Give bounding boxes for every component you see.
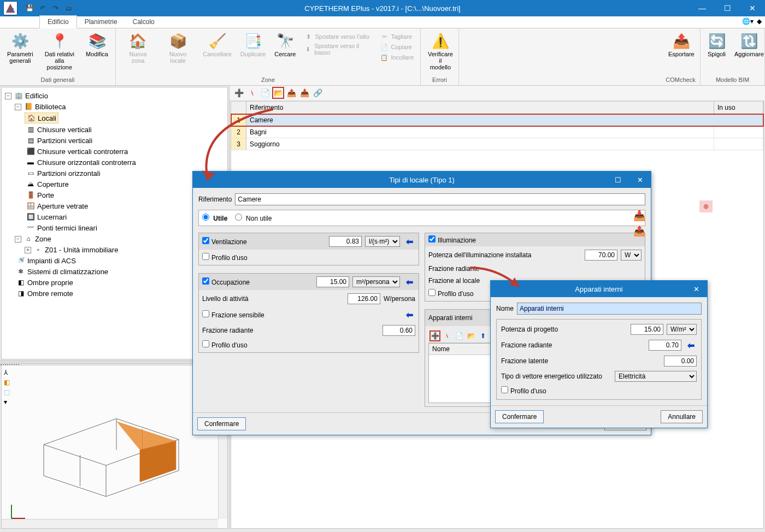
tab-calcolo[interactable]: Calcolo [125,16,162,28]
confermare-button[interactable]: Confermare [495,410,544,423]
tree-expander[interactable]: + [25,247,31,253]
ventilazione-unit[interactable]: l/(s·m²) [365,236,400,247]
table-row[interactable]: 2 Bagni [231,126,763,138]
up-apparato-button[interactable]: ⬆ [478,330,489,341]
frad-value[interactable] [649,340,681,351]
save-icon[interactable]: 💾 [24,3,35,14]
dlg-close-button[interactable]: ✕ [629,172,651,188]
add-button[interactable]: ➕ [233,87,245,99]
copy-button[interactable]: 📄 [259,87,271,99]
tree-item[interactable]: ▬Chiusure orizzontali controterra [25,157,138,167]
riferimento-input[interactable] [235,193,645,205]
minimize-button[interactable]: — [690,0,715,16]
copy-apparato-button[interactable]: 📄 [454,330,464,341]
pot-illum-unit[interactable]: W [621,250,642,261]
view-icon[interactable]: ◧ [4,379,10,386]
dati-posizione-button[interactable]: 📍Dati relativi alla posizione [38,31,81,72]
delete-apparato-button[interactable]: ⧷ [442,330,452,341]
tree-biblioteca[interactable]: 📙Biblioteca [22,102,67,111]
col-riferimento[interactable]: Riferimento [246,102,714,114]
tree-ombre-proprie[interactable]: ◧Ombre proprie [15,277,75,287]
import-button[interactable]: 📥 [298,87,310,99]
annullare-button[interactable]: Annullare [661,410,703,423]
confermare-button[interactable]: Confermare [197,417,246,430]
export-icon[interactable]: 📤 [633,225,645,237]
modifica-button[interactable]: 📚Modifica [82,31,112,59]
nome-input[interactable] [517,303,702,315]
tree-item[interactable]: 🪟Aperture vetrate [25,201,90,211]
redo-icon[interactable]: ↷ [50,3,61,14]
tree-ombre-remote[interactable]: ◨Ombre remote [15,288,75,298]
tree-acs[interactable]: 🚿Impianti di ACS [15,256,78,265]
config-icon[interactable]: ◆ [757,17,762,25]
nav-left-icon[interactable]: ⬅ [403,276,415,288]
view-icon[interactable]: ▾ [4,398,10,406]
dlg-close-button[interactable]: ✕ [685,281,707,297]
occupazione-value[interactable] [316,276,349,287]
dlg-maximize-button[interactable]: ☐ [607,172,629,188]
add-apparato-button[interactable]: ➕ [429,330,440,341]
esportare-button[interactable]: 📤Esportare [664,31,698,59]
frazione-sensibile-check[interactable]: Frazione sensibile [202,310,264,319]
recent-icon[interactable]: 🗂 [63,3,74,14]
utile-radio[interactable]: Utile [202,215,227,222]
tree-item[interactable]: ⛰Coperture [25,179,70,189]
tree-expander[interactable]: − [5,93,11,99]
col-inuso[interactable]: In uso [714,102,763,114]
profilo-check[interactable]: Profilo d'uso [202,254,248,262]
occupazione-check[interactable]: Occupazione [202,277,250,286]
error-badge[interactable]: ⊗ [699,200,713,212]
verificare-button[interactable]: ⚠️Verificare il modello [424,31,457,72]
tree-item[interactable]: ⬛Chiusure verticali controterra [25,146,130,156]
pot-illum-value[interactable] [585,250,617,261]
edit-apparato-button[interactable]: 📂 [466,330,476,341]
occupazione-unit[interactable]: m²/persona [352,276,400,287]
cercare-button[interactable]: 🔭Cercare [270,31,299,59]
tab-edificio[interactable]: Edificio [39,15,77,28]
tree-expander[interactable]: − [15,236,21,243]
aggiornare-button[interactable]: 🔃Aggiornare [731,31,765,59]
nonutile-radio[interactable]: Non utile [235,215,272,222]
delete-button[interactable]: ⧷ [246,87,258,99]
import-icon[interactable]: 📥 [633,210,645,222]
tree-item[interactable]: ▭Partizioni orizzontali [25,168,102,178]
parametri-generali-button[interactable]: ⚙️Parametri generali [3,31,37,66]
nav-left-icon[interactable]: ⬅ [685,339,697,351]
profilo-check[interactable]: Profilo d'uso [501,387,546,395]
tree-zone[interactable]: ⌂Zone [22,234,53,244]
tree-item[interactable]: ▥Chiusure verticali [25,125,93,134]
livello-value[interactable] [348,293,380,304]
potenza-unit[interactable]: W/m² [667,324,697,335]
tree-item[interactable]: ▤Partizioni verticali [25,135,94,145]
profilo-check[interactable]: Profilo d'uso [428,290,474,298]
profilo-check[interactable]: Profilo d'uso [202,341,248,349]
tipo-select[interactable]: Elettricità [615,371,697,382]
frazione-radiante-value[interactable] [382,325,415,336]
help-icon[interactable]: 🌐▾ [742,17,754,25]
tree-locali[interactable]: 🏠Locali [25,113,58,123]
table-row[interactable]: 3 Soggiorno [231,138,763,150]
view-icon[interactable]: ⅄ [4,369,10,376]
edit-button[interactable]: 📂 [272,87,284,99]
view-icon[interactable]: ⬚ [4,388,10,396]
tree-clim[interactable]: ❄Sistemi di climatizzazione [15,267,110,276]
maximize-button[interactable]: ☐ [715,0,740,16]
close-button[interactable]: ✕ [740,0,765,16]
assign-button[interactable]: 🔗 [311,87,323,99]
ventilazione-check[interactable]: Ventilazione [202,237,247,246]
spigoli-button[interactable]: 🔄Spigoli [704,31,729,59]
tree-z01[interactable]: ▫Z01 - Unità immobiliare [32,245,120,255]
tree-item[interactable]: 〰Ponti termici lineari [25,223,99,233]
table-row[interactable]: 1 Camere [231,114,763,126]
nav-left-icon[interactable]: ⬅ [403,309,415,321]
undo-icon[interactable]: ↶ [37,3,48,14]
tree-item[interactable]: 🚪Porte [25,190,56,200]
nav-left-icon[interactable]: ⬅ [403,235,415,247]
tab-planimetrie[interactable]: Planimetrie [77,16,125,28]
tree-root[interactable]: 🏢Edificio [13,91,50,101]
flat-value[interactable] [664,356,697,367]
potenza-value[interactable] [631,324,663,335]
export-button[interactable]: 📤 [285,87,297,99]
tree-item[interactable]: 🔲Lucernari [25,212,68,222]
tree-expander[interactable]: − [15,104,21,110]
